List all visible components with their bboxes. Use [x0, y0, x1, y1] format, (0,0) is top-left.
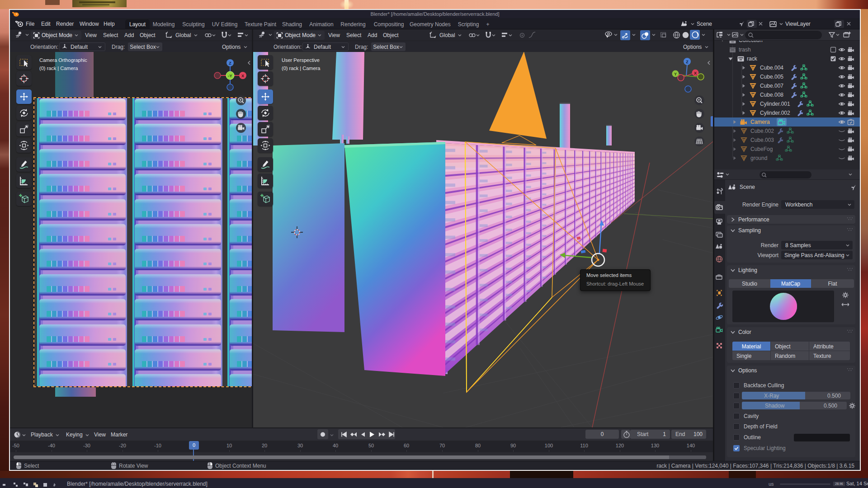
svg-text:Y: Y — [674, 72, 677, 76]
svg-text:X: X — [694, 71, 697, 75]
svg-text:Z: Z — [686, 60, 689, 64]
svg-text:Z: Z — [229, 61, 231, 66]
svg-text:-Y: -Y — [228, 74, 232, 78]
svg-text:X: X — [241, 74, 244, 78]
